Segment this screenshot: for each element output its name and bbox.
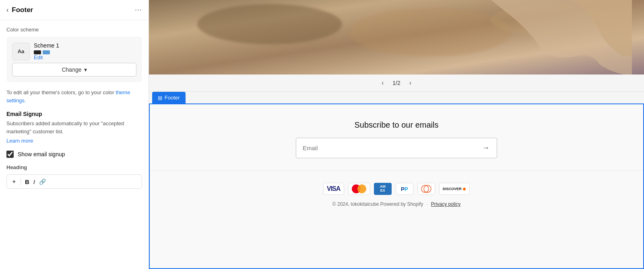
dot-separator: · (426, 201, 427, 207)
svg-point-1 (197, 4, 342, 44)
email-input[interactable] (296, 139, 475, 157)
change-scheme-button[interactable]: Change ▾ (12, 63, 136, 77)
more-menu-button[interactable]: ··· (135, 6, 142, 14)
paypal-icon: PP (396, 183, 413, 195)
scheme-name: Scheme 1 (34, 42, 59, 49)
copyright-text: © 2024, tokokitaicube Powered by Shopify (332, 201, 423, 207)
email-submit-button[interactable]: → (475, 138, 497, 158)
email-input-row: → (296, 138, 497, 158)
color-scheme-box: Aa Scheme 1 Edit Change ▾ (6, 37, 142, 82)
pagination-row: ‹ 1/2 › (149, 74, 644, 92)
subscribe-section: Subscribe to our emails → (150, 104, 643, 171)
footer-preview: Subscribe to our emails → VISA AMEX (149, 103, 644, 269)
text-toolbar: ✦ B I 🔗 (6, 174, 142, 189)
payment-section: VISA AMEX PP DISCOVER (150, 171, 643, 219)
scheme-swatches (34, 50, 59, 54)
discover-icon: DISCOVER ● (439, 183, 470, 195)
svg-point-2 (350, 8, 511, 56)
header-left: ‹ Footer (6, 6, 33, 14)
pagination-prev[interactable]: ‹ (379, 79, 386, 87)
scheme-row: Aa Scheme 1 Edit (12, 42, 136, 60)
italic-button[interactable]: I (33, 178, 35, 185)
pagination-indicator: 1/2 (392, 80, 400, 86)
email-signup-heading: Email Signup (6, 111, 142, 117)
swatch-dark (34, 50, 41, 54)
amex-icon: AMEX (374, 183, 392, 195)
bold-button[interactable]: B (25, 178, 29, 185)
footer-tab[interactable]: ▤ Footer (152, 92, 186, 103)
sparkle-icon[interactable]: ✦ (12, 178, 17, 185)
swatch-blue (43, 50, 50, 54)
payment-icons: VISA AMEX PP DISCOVER (323, 183, 470, 195)
link-icon[interactable]: 🔗 (39, 178, 46, 185)
mc-orange-circle (357, 184, 366, 193)
learn-more-link[interactable]: Learn more (6, 138, 33, 144)
mc-circles (352, 184, 366, 193)
subscribe-title: Subscribe to our emails (158, 120, 635, 130)
privacy-policy-link[interactable]: Privacy policy (431, 201, 460, 207)
settings-panel: ‹ Footer ··· Color scheme Aa Scheme 1 Ed… (0, 0, 149, 269)
preview-panel: ‹ 1/2 › ▤ Footer Subscribe to our emails… (149, 0, 644, 269)
back-button[interactable]: ‹ (6, 6, 8, 14)
footer-tab-label: Footer (165, 95, 180, 101)
show-email-signup-label: Show email signup (18, 151, 65, 157)
footer-tab-icon: ▤ (158, 95, 162, 101)
chevron-down-icon: ▾ (84, 66, 87, 73)
hero-image (149, 0, 644, 74)
scheme-preview: Aa (12, 43, 30, 60)
scheme-info: Scheme 1 Edit (34, 42, 59, 60)
copyright-row: © 2024, tokokitaicube Powered by Shopify… (332, 201, 460, 207)
footer-tab-row: ▤ Footer (149, 92, 644, 103)
scheme-edit-link[interactable]: Edit (34, 54, 59, 60)
color-scheme-label: Color scheme (6, 27, 142, 33)
change-label: Change (62, 66, 81, 73)
visa-icon: VISA (323, 183, 344, 195)
email-signup-description: Subscribers added automatically to your … (6, 120, 142, 135)
panel-content: Color scheme Aa Scheme 1 Edit Change ▾ (0, 20, 149, 269)
show-email-signup-checkbox[interactable] (6, 151, 14, 158)
page-title: Footer (12, 6, 33, 14)
mastercard-icon (348, 183, 370, 195)
theme-settings-info: To edit all your theme's colors, go to y… (6, 89, 142, 104)
diners-icon (417, 183, 435, 195)
heading-label: Heading (6, 164, 142, 170)
toolbar-divider-1 (21, 178, 21, 185)
panel-header: ‹ Footer ··· (0, 0, 149, 20)
show-email-signup-row: Show email signup (6, 151, 142, 158)
pagination-next[interactable]: › (407, 79, 414, 87)
